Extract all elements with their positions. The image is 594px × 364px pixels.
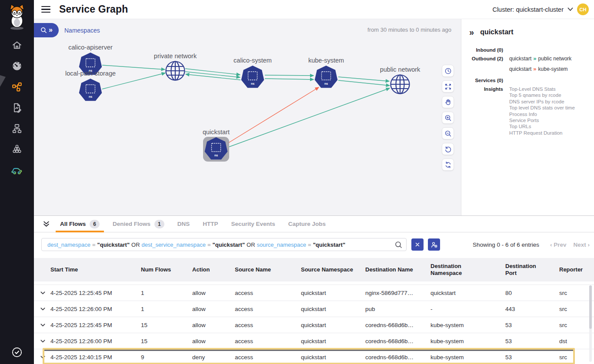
column-header[interactable]: Action bbox=[192, 266, 235, 273]
hamburger-menu-icon[interactable] bbox=[41, 4, 52, 15]
flows-table-header: Start TimeNum FlowsActionSource NameSour… bbox=[34, 258, 594, 281]
graph-node-kube-system[interactable]: nskube-system bbox=[308, 57, 344, 88]
user-gear-icon bbox=[430, 241, 438, 249]
expand-row-icon[interactable] bbox=[40, 322, 50, 328]
expand-row-icon[interactable] bbox=[40, 306, 50, 312]
column-header[interactable]: Destination Name bbox=[365, 266, 430, 273]
cell: allow bbox=[192, 322, 235, 328]
column-header[interactable]: Destination Port bbox=[505, 263, 559, 277]
cell: 9 bbox=[141, 354, 192, 361]
collapse-panel-icon[interactable]: » bbox=[469, 28, 474, 36]
cell: 53 bbox=[505, 354, 559, 361]
network-tree-icon[interactable] bbox=[0, 118, 34, 139]
insight-link[interactable]: Top 5 qnames by rcode bbox=[509, 92, 590, 98]
cell: access bbox=[235, 306, 301, 312]
filter-segment-field: dest_service_namespace bbox=[142, 242, 206, 248]
prev-page-button[interactable]: ‹ Prev bbox=[550, 242, 567, 248]
table-scrollbar[interactable] bbox=[589, 285, 592, 362]
column-header[interactable]: Start Time bbox=[50, 266, 141, 273]
zoom-in-icon[interactable] bbox=[442, 112, 454, 124]
expand-row-icon[interactable] bbox=[40, 290, 50, 296]
service-graph-canvas[interactable]: nscalico-apiservernslocal-path-storagepr… bbox=[34, 19, 461, 215]
graph-node-local-path-storage[interactable]: nslocal-path-storage bbox=[65, 70, 116, 101]
showing-entries-label: Showing 0 - 6 of 6 entries bbox=[473, 242, 539, 248]
undo-icon[interactable] bbox=[442, 143, 454, 155]
cell: quickstart bbox=[301, 290, 365, 296]
filter-segment-value: "quickstart" bbox=[213, 242, 245, 248]
insight-link[interactable]: Service Ports bbox=[509, 117, 590, 123]
pan-hand-icon[interactable] bbox=[442, 96, 454, 108]
column-header[interactable]: Num Flows bbox=[141, 266, 192, 273]
chevron-down-icon bbox=[567, 7, 573, 11]
tab-dns[interactable]: DNS bbox=[171, 216, 197, 232]
insight-link[interactable]: Top URLs bbox=[509, 123, 590, 129]
filter-segment-value: "quickstart" bbox=[97, 242, 130, 248]
flow-row[interactable]: 4-25-2025 12:26:00 PM1allowaccessquickst… bbox=[34, 301, 594, 317]
inbound-label: Inbound (0) bbox=[469, 46, 503, 53]
clusters-icon[interactable] bbox=[0, 139, 34, 160]
insight-link[interactable]: Top level DNS stats over time bbox=[509, 105, 590, 111]
svg-text:calico-apiserver: calico-apiserver bbox=[68, 44, 113, 51]
graph-node-private-network[interactable]: private network bbox=[154, 53, 197, 80]
service-graph-icon[interactable] bbox=[0, 76, 34, 97]
flow-row[interactable]: 4-25-2025 12:25:45 PM15allowaccessquicks… bbox=[34, 317, 594, 333]
filter-segment-bool: OR bbox=[131, 242, 140, 248]
expand-row-icon[interactable] bbox=[40, 354, 50, 360]
time-range-icon[interactable] bbox=[442, 65, 454, 77]
tab-label: Denied Flows bbox=[113, 221, 150, 227]
graph-search-pill[interactable]: » bbox=[34, 23, 59, 37]
column-header[interactable]: Source Namespace bbox=[301, 266, 365, 273]
cell: 443 bbox=[505, 306, 559, 312]
outbound-label: Outbound (2) bbox=[469, 53, 503, 74]
flows-table-body: 4-25-2025 12:25:45 PM1allowaccessquickst… bbox=[34, 285, 594, 364]
outbound-edge[interactable]: quickstart»kube-system bbox=[509, 64, 590, 74]
tab-security-events[interactable]: Security Events bbox=[224, 216, 281, 232]
column-header[interactable]: Reporter bbox=[559, 266, 594, 273]
graph-node-calico-system[interactable]: nscalico-system bbox=[234, 57, 272, 88]
graph-node-quickstart[interactable]: nsquickstart bbox=[203, 129, 230, 162]
clear-filter-button[interactable] bbox=[411, 238, 424, 251]
policies-icon[interactable] bbox=[0, 97, 34, 118]
insight-link[interactable]: DNS server IPs by rcode bbox=[509, 99, 590, 105]
zoom-out-icon[interactable] bbox=[442, 127, 454, 139]
flow-row[interactable]: 4-25-2025 12:40:15 PM9denyaccessquicksta… bbox=[34, 349, 594, 364]
tab-denied-flows[interactable]: Denied Flows1 bbox=[106, 216, 171, 232]
tab-count-badge: 1 bbox=[154, 220, 164, 228]
double-chevron-down-icon[interactable] bbox=[43, 220, 50, 228]
dashboard-gauge-icon[interactable] bbox=[0, 56, 34, 76]
insight-link[interactable]: Top-Level DNS Stats bbox=[509, 86, 590, 92]
tab-capture-jobs[interactable]: Capture Jobs bbox=[282, 216, 332, 232]
graph-view-label[interactable]: Namespaces bbox=[64, 27, 100, 34]
flow-filter-input[interactable]: dest_namespace="quickstart"ORdest_servic… bbox=[41, 238, 407, 251]
flow-direction-icon: » bbox=[533, 55, 536, 62]
graph-toolbar bbox=[442, 65, 454, 171]
svg-text:ns: ns bbox=[324, 82, 328, 85]
tab-all-flows[interactable]: All Flows6 bbox=[53, 216, 106, 232]
cell: access bbox=[235, 338, 301, 344]
cluster-selector[interactable]: Cluster: quickstart-cluster bbox=[492, 6, 573, 13]
refresh-icon[interactable] bbox=[442, 159, 454, 171]
expand-row-icon[interactable] bbox=[40, 338, 50, 344]
search-icon[interactable] bbox=[394, 240, 403, 251]
cell: 15 bbox=[141, 338, 192, 344]
next-page-button[interactable]: Next › bbox=[573, 242, 590, 248]
filter-segment-field: dest_namespace bbox=[47, 242, 90, 248]
services-label: Services (0) bbox=[469, 74, 503, 83]
flow-row[interactable]: 4-25-2025 12:26:00 PM15allowaccessquicks… bbox=[34, 333, 594, 349]
user-settings-button[interactable] bbox=[428, 238, 440, 251]
fit-screen-icon[interactable] bbox=[442, 80, 454, 93]
user-avatar[interactable]: CH bbox=[577, 3, 589, 15]
svg-text:quickstart: quickstart bbox=[203, 129, 230, 136]
flow-row[interactable]: 4-25-2025 12:25:45 PM1allowaccessquickst… bbox=[34, 285, 594, 301]
column-header[interactable]: Destination Namespace bbox=[430, 263, 505, 277]
outbound-edge[interactable]: quickstart»public network bbox=[509, 53, 590, 64]
column-header[interactable]: Source Name bbox=[235, 266, 301, 273]
cell: quickstart bbox=[430, 290, 505, 296]
double-chevron-right-icon: » bbox=[49, 26, 53, 33]
compliance-car-icon[interactable] bbox=[0, 160, 34, 181]
insight-link[interactable]: Process Info bbox=[509, 111, 590, 117]
cell: kube-system bbox=[430, 338, 505, 344]
tab-http[interactable]: HTTP bbox=[196, 216, 224, 232]
home-icon[interactable] bbox=[0, 35, 34, 56]
insight-link[interactable]: HTTP Request Duration bbox=[509, 130, 590, 136]
